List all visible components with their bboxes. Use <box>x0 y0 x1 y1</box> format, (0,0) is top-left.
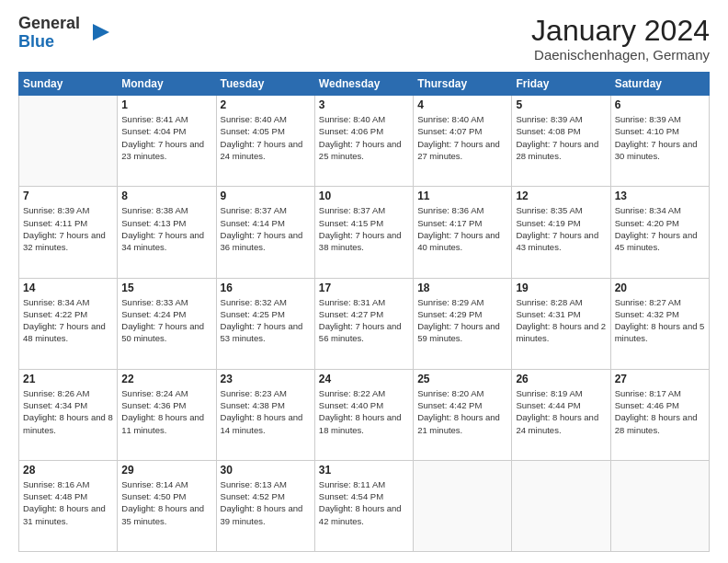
sunset-text: Sunset: 4:25 PM <box>221 309 285 319</box>
sunset-text: Sunset: 4:15 PM <box>319 218 383 228</box>
title-block: January 2024 Daenischenhagen, Germany <box>531 15 710 63</box>
sunset-text: Sunset: 4:34 PM <box>23 400 87 410</box>
sunrise-text: Sunrise: 8:24 AM <box>121 388 188 398</box>
sunrise-text: Sunrise: 8:37 AM <box>319 205 385 215</box>
day-number: 22 <box>121 373 211 385</box>
sunrise-text: Sunrise: 8:19 AM <box>516 388 582 398</box>
sunset-text: Sunset: 4:29 PM <box>417 309 482 319</box>
day-number: 18 <box>417 282 507 294</box>
calendar-cell-w0d0 <box>19 96 118 187</box>
sunrise-text: Sunrise: 8:28 AM <box>516 297 582 307</box>
day-number: 4 <box>417 98 507 111</box>
sunrise-text: Sunrise: 8:37 AM <box>221 205 287 215</box>
week-row-3: 21Sunrise: 8:26 AMSunset: 4:34 PMDayligh… <box>19 369 710 460</box>
header-friday: Friday <box>512 73 610 96</box>
calendar-cell-w0d2: 2Sunrise: 8:40 AMSunset: 4:05 PMDaylight… <box>216 96 314 187</box>
sunset-text: Sunset: 4:38 PM <box>221 400 285 410</box>
daylight-text: Daylight: 8 hours and 8 minutes. <box>23 412 113 434</box>
day-info: Sunrise: 8:11 AMSunset: 4:54 PMDaylight:… <box>319 478 409 527</box>
sunset-text: Sunset: 4:20 PM <box>615 218 679 228</box>
calendar-cell-w1d1: 8Sunrise: 8:38 AMSunset: 4:13 PMDaylight… <box>118 187 216 278</box>
day-number: 15 <box>121 282 211 294</box>
calendar-cell-w4d2: 30Sunrise: 8:13 AMSunset: 4:52 PMDayligh… <box>216 460 314 551</box>
calendar-cell-w3d1: 22Sunrise: 8:24 AMSunset: 4:36 PMDayligh… <box>118 369 216 460</box>
day-info: Sunrise: 8:37 AMSunset: 4:15 PMDaylight:… <box>319 204 409 253</box>
sunrise-text: Sunrise: 8:39 AM <box>516 114 582 124</box>
day-number: 30 <box>221 464 311 477</box>
daylight-text: Daylight: 8 hours and 11 minutes. <box>121 412 204 434</box>
sunset-text: Sunset: 4:48 PM <box>23 491 87 501</box>
day-number: 8 <box>121 190 211 202</box>
daylight-text: Daylight: 8 hours and 18 minutes. <box>319 412 402 434</box>
day-number: 2 <box>221 98 311 111</box>
day-number: 20 <box>615 282 705 294</box>
calendar-cell-w3d0: 21Sunrise: 8:26 AMSunset: 4:34 PMDayligh… <box>19 369 118 460</box>
day-number: 10 <box>319 190 409 202</box>
day-info: Sunrise: 8:40 AMSunset: 4:05 PMDaylight:… <box>221 113 311 162</box>
calendar-cell-w0d4: 4Sunrise: 8:40 AMSunset: 4:07 PMDaylight… <box>414 96 512 187</box>
sunrise-text: Sunrise: 8:34 AM <box>615 205 681 215</box>
sunrise-text: Sunrise: 8:39 AM <box>615 114 681 124</box>
sunrise-text: Sunrise: 8:26 AM <box>23 388 89 398</box>
calendar-cell-w3d5: 26Sunrise: 8:19 AMSunset: 4:44 PMDayligh… <box>512 369 610 460</box>
sunset-text: Sunset: 4:46 PM <box>615 400 679 410</box>
sunset-text: Sunset: 4:50 PM <box>121 491 186 501</box>
day-number: 7 <box>23 190 113 202</box>
sunset-text: Sunset: 4:19 PM <box>516 218 580 228</box>
week-row-2: 14Sunrise: 8:34 AMSunset: 4:22 PMDayligh… <box>19 278 710 369</box>
day-info: Sunrise: 8:13 AMSunset: 4:52 PMDaylight:… <box>221 478 311 527</box>
day-number: 24 <box>319 373 409 385</box>
calendar-cell-w2d1: 15Sunrise: 8:33 AMSunset: 4:24 PMDayligh… <box>118 278 216 369</box>
sunset-text: Sunset: 4:06 PM <box>319 126 383 136</box>
header-tuesday: Tuesday <box>216 73 314 96</box>
day-info: Sunrise: 8:36 AMSunset: 4:17 PMDaylight:… <box>417 204 507 253</box>
daylight-text: Daylight: 7 hours and 50 minutes. <box>121 321 204 343</box>
header-sunday: Sunday <box>19 73 118 96</box>
week-row-4: 28Sunrise: 8:16 AMSunset: 4:48 PMDayligh… <box>19 460 710 551</box>
sunrise-text: Sunrise: 8:38 AM <box>121 205 188 215</box>
sunrise-text: Sunrise: 8:40 AM <box>221 114 287 124</box>
day-number: 12 <box>516 190 606 202</box>
sunset-text: Sunset: 4:14 PM <box>221 218 285 228</box>
daylight-text: Daylight: 7 hours and 36 minutes. <box>221 230 303 252</box>
day-number: 3 <box>319 98 409 111</box>
day-info: Sunrise: 8:40 AMSunset: 4:06 PMDaylight:… <box>319 113 409 162</box>
calendar-cell-w1d3: 10Sunrise: 8:37 AMSunset: 4:15 PMDayligh… <box>314 187 413 278</box>
day-info: Sunrise: 8:39 AMSunset: 4:08 PMDaylight:… <box>516 113 606 162</box>
day-number: 31 <box>319 464 409 477</box>
day-number: 13 <box>615 190 705 202</box>
calendar-cell-w1d6: 13Sunrise: 8:34 AMSunset: 4:20 PMDayligh… <box>610 187 709 278</box>
day-number: 28 <box>23 464 113 477</box>
calendar-cell-w2d4: 18Sunrise: 8:29 AMSunset: 4:29 PMDayligh… <box>414 278 512 369</box>
daylight-text: Daylight: 7 hours and 40 minutes. <box>417 230 500 252</box>
day-number: 17 <box>319 282 409 294</box>
day-info: Sunrise: 8:32 AMSunset: 4:25 PMDaylight:… <box>221 296 311 345</box>
day-info: Sunrise: 8:28 AMSunset: 4:31 PMDaylight:… <box>516 296 606 345</box>
logo-icon <box>84 19 111 47</box>
sunset-text: Sunset: 4:10 PM <box>615 126 679 136</box>
calendar-cell-w4d3: 31Sunrise: 8:11 AMSunset: 4:54 PMDayligh… <box>314 460 413 551</box>
sunset-text: Sunset: 4:13 PM <box>121 218 186 228</box>
day-number: 25 <box>417 373 507 385</box>
sunrise-text: Sunrise: 8:13 AM <box>221 479 287 489</box>
calendar-cell-w2d3: 17Sunrise: 8:31 AMSunset: 4:27 PMDayligh… <box>314 278 413 369</box>
sunset-text: Sunset: 4:17 PM <box>417 218 482 228</box>
sunrise-text: Sunrise: 8:23 AM <box>221 388 287 398</box>
sunrise-text: Sunrise: 8:32 AM <box>221 297 287 307</box>
header-wednesday: Wednesday <box>314 73 413 96</box>
sunset-text: Sunset: 4:31 PM <box>516 309 580 319</box>
day-info: Sunrise: 8:31 AMSunset: 4:27 PMDaylight:… <box>319 296 409 345</box>
day-number: 6 <box>615 98 705 111</box>
day-info: Sunrise: 8:23 AMSunset: 4:38 PMDaylight:… <box>221 387 311 436</box>
daylight-text: Daylight: 7 hours and 23 minutes. <box>121 139 204 161</box>
daylight-text: Daylight: 7 hours and 24 minutes. <box>221 139 303 161</box>
calendar-cell-w4d5 <box>512 460 610 551</box>
sunset-text: Sunset: 4:27 PM <box>319 309 383 319</box>
calendar-cell-w1d4: 11Sunrise: 8:36 AMSunset: 4:17 PMDayligh… <box>414 187 512 278</box>
sunset-text: Sunset: 4:04 PM <box>121 126 186 136</box>
calendar-cell-w3d3: 24Sunrise: 8:22 AMSunset: 4:40 PMDayligh… <box>314 369 413 460</box>
day-info: Sunrise: 8:20 AMSunset: 4:42 PMDaylight:… <box>417 387 507 436</box>
day-number: 26 <box>516 373 606 385</box>
calendar-cell-w3d6: 27Sunrise: 8:17 AMSunset: 4:46 PMDayligh… <box>610 369 709 460</box>
week-row-1: 7Sunrise: 8:39 AMSunset: 4:11 PMDaylight… <box>19 187 710 278</box>
